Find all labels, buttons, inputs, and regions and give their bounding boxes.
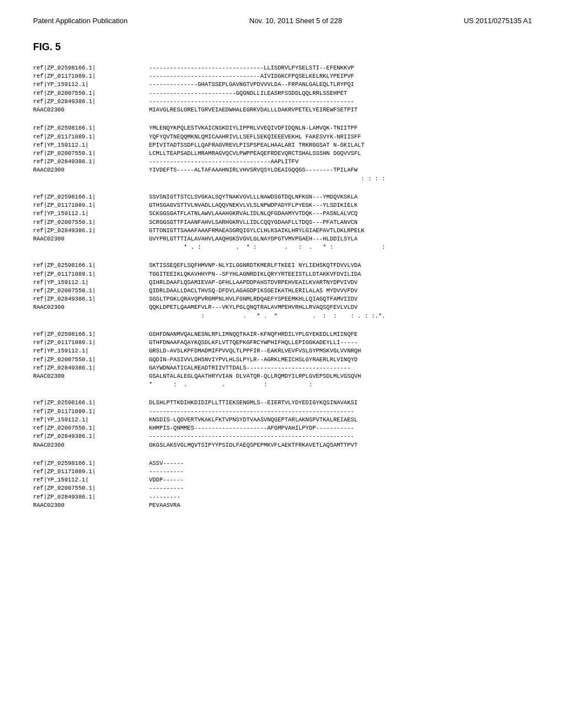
seq-data-6-3: ---------- (149, 484, 184, 493)
seq-label-1-1: ref|ZP_01171089.1| (33, 133, 149, 141)
seq-label-4-5: RAAC02300 (33, 372, 149, 381)
seq-line-1-5: RAAC02300 YIVDEFTS-----ALTAFAAAHNIRLVHVS… (33, 166, 532, 174)
seq-label-0-1: ref|ZP_01171089.1| (33, 72, 149, 81)
seq-label-4-2: ref|YP_159112.1| (33, 347, 149, 355)
alignment-block-3: ref|ZP_02598166.1| SKTISSEQEFLSQFHMVNP-N… (33, 261, 532, 320)
seq-data-5-5: GKGSLAKSVGLMQVTSIPYYPSIDLFAEQSPEPMKVFLAE… (149, 441, 358, 449)
conservation-1: : : : : (33, 175, 532, 183)
seq-data-5-3: KHMPIS-QNMMES---------------------AFGMPV… (149, 424, 354, 432)
seq-label-2-0: ref|ZP_02598166.1| (33, 193, 149, 201)
seq-data-0-4: ----------------------------------------… (149, 98, 354, 106)
seq-line-4-1: ref|ZP_01171089.1| GTHFDNAAFAQAYKQSDLKFL… (33, 339, 532, 347)
seq-data-6-4: --------- (149, 493, 180, 501)
seq-label-3-1: ref|ZP_01171089.1| (33, 270, 149, 279)
seq-line-3-0: ref|ZP_02598166.1| SKTISSEQEFLSQFHMVNP-N… (33, 261, 532, 270)
seq-data-1-2: EPIVITADTSSDFLLQAFRAGVREVLPISPSPEALHAALA… (149, 141, 365, 149)
seq-line-4-0: ref|ZP_02598166.1| GSHFDNANMVQALNESNLRFL… (33, 330, 532, 339)
alignment-block-2: ref|ZP_02598166.1| SSVSNIGTTSTCLSVGKALSQ… (33, 193, 532, 252)
seq-data-4-2: GRSLD-AVSLKPFDMADMIFPVVQLTLPPFIR--EAKRLV… (149, 347, 361, 355)
seq-label-6-2: ref|YP_159112.1| (33, 476, 149, 484)
seq-line-0-3: ref|ZP_02007550.1| ---------------------… (33, 89, 532, 98)
seq-label-1-2: ref|YP_159112.1| (33, 141, 149, 149)
alignment-block-5: ref|ZP_02598166.1| DLSHLPTTKDIHKDIDIPLLT… (33, 399, 532, 449)
seq-label-5-0: ref|ZP_02598166.1| (33, 399, 149, 407)
seq-label-1-3: ref|ZP_02007550.1| (33, 149, 149, 158)
alignment-block-4: ref|ZP_02598166.1| GSHFDNANMVQALNESNLRFL… (33, 330, 532, 389)
seq-data-1-0: YMLENQYKPQLESTVKAICNSKDIYLIPPRLVVEQIVDFI… (149, 124, 358, 132)
seq-data-4-5: GSALNTALALEGLQAATHRYVIAN DLVATQR-QLLRQMD… (149, 372, 361, 381)
seq-line-0-2: ref|YP_159112.1| --------------GHATSSEPL… (33, 81, 532, 89)
seq-label-0-5: RAAC02300 (33, 106, 149, 114)
seq-label-5-3: ref|ZP_02007550.1| (33, 424, 149, 432)
seq-line-5-4: ref|ZP_02849386.1| ---------------------… (33, 432, 532, 441)
seq-label-6-5: RAAC02300 (33, 501, 149, 510)
seq-data-6-0: ASSV------ (149, 459, 184, 468)
seq-line-2-4: ref|ZP_02849386.1| GTTONIGTTSAAAFAAAFRMA… (33, 227, 532, 235)
seq-label-6-0: ref|ZP_02598166.1| (33, 459, 149, 468)
seq-data-6-2: VDDP------ (149, 476, 184, 484)
header-center: Nov. 10, 2011 Sheet 5 of 228 (249, 17, 342, 25)
seq-label-3-5: RAAC02300 (33, 303, 149, 312)
seq-data-3-4: SGSLTPGKLQRAVQPVRGMPNLHVLFGNMLRDQAEFYSPE… (149, 295, 358, 303)
seq-line-4-4: ref|ZP_02849386.1| GAYWDNAATICALREADTRII… (33, 364, 532, 372)
fig-title: FIG. 5 (0, 30, 565, 58)
seq-label-5-2: ref|YP_159112.1| (33, 416, 149, 424)
alignment-block-0: ref|ZP_02598166.1| ---------------------… (33, 64, 532, 114)
seq-data-1-3: LCMLLTEAPSADLLMRAMRAGVQCVLPWPPEAQEFRDEVQ… (149, 149, 361, 158)
seq-data-2-1: GTHSGAGVSTTVLNVADLLAQQVNEKVLVLSLNPWDPADY… (149, 201, 358, 210)
seq-line-6-1: ref|ZP_01171089.1| ---------- (33, 468, 532, 476)
seq-data-3-5: QQKLDPETLQAAMEFVLR---VKYLPGLQNQTRALAVMPE… (149, 303, 358, 312)
seq-line-1-2: ref|YP_159112.1| EPIVITADTSSDFLLQAFRAGVR… (33, 141, 532, 149)
conservation-4: * : . . : : (33, 381, 532, 389)
alignment-block-6: ref|ZP_02598166.1| ASSV------ref|ZP_0117… (33, 459, 532, 510)
header-right: US 2011/0275135 A1 (463, 17, 532, 25)
seq-label-3-4: ref|ZP_02849386.1| (33, 295, 149, 303)
seq-data-6-5: PEVAASVRA (149, 501, 180, 510)
seq-data-5-1: ----------------------------------------… (149, 408, 354, 416)
seq-data-0-5: MIAVGLRESLORELTGRVEIAEDWHALEGRKVDALLLDAK… (149, 106, 358, 114)
seq-label-2-2: ref|YP_159112.1| (33, 210, 149, 218)
seq-label-4-0: ref|ZP_02598166.1| (33, 330, 149, 339)
seq-line-2-5: RAAC02300 GVYPRLGTTTIALAVAHVLAAQHGKSVGVL… (33, 235, 532, 243)
seq-line-4-5: RAAC02300 GSALNTALALEGLQAATHRYVIAN DLVAT… (33, 372, 532, 381)
seq-label-0-4: ref|ZP_02849386.1| (33, 98, 149, 106)
seq-line-0-4: ref|ZP_02849386.1| ---------------------… (33, 98, 532, 106)
seq-data-0-2: --------------GHATSSEPLGAVNGTVPDVVVLDA--… (149, 81, 354, 89)
seq-data-0-3: -------------------------GQGNDLLILEASRFS… (149, 89, 347, 98)
seq-line-5-5: RAAC02300 GKGSLAKSVGLMQVTSIPYYPSIDLFAEQS… (33, 441, 532, 449)
seq-data-0-1: --------------------------------AIVIDGKC… (149, 72, 354, 81)
seq-data-4-1: GTHFDNAAFAQAYKQSDLKFLVTTQEPKGFRCYWPHIFHQ… (149, 339, 358, 347)
seq-data-4-4: GAYWDNAATICALREADTRIIVTTDALS------------… (149, 364, 350, 372)
seq-line-3-5: RAAC02300 QQKLDPETLQAAMEFVLR---VKYLPGLQN… (33, 303, 532, 312)
seq-data-3-1: TGGITEEIKLQKAVHHYPN--SFYHLAGNRDIKLQRYYRT… (149, 270, 361, 279)
seq-line-1-4: ref|ZP_02849386.1| ---------------------… (33, 158, 532, 166)
seq-label-1-5: RAAC02300 (33, 166, 149, 174)
seq-data-5-0: DLSHLPTTKDIHKDIDIPLLTTIEKSENGMLS--EIERTV… (149, 399, 358, 407)
seq-line-6-3: ref|ZP_02007550.1| ---------- (33, 484, 532, 493)
seq-label-1-4: ref|ZP_02849386.1| (33, 158, 149, 166)
seq-label-5-4: ref|ZP_02849386.1| (33, 432, 149, 441)
seq-data-2-5: GVYPRLGTTTIALAVAHVLAAQHGKSVGVLGLNAYDPGTV… (149, 235, 358, 243)
seq-line-1-1: ref|ZP_01171089.1| YQFYQVTNEQQMKNLQMICAA… (33, 133, 532, 141)
seq-data-1-5: YIVDEFTS-----ALTAFAAAHNIRLVHVSRVQSYLDEAI… (149, 166, 358, 174)
seq-label-6-3: ref|ZP_02007550.1| (33, 484, 149, 493)
seq-label-0-3: ref|ZP_02007550.1| (33, 89, 149, 98)
seq-label-6-1: ref|ZP_01171089.1| (33, 468, 149, 476)
seq-label-3-2: ref|YP_159112.1| (33, 279, 149, 287)
seq-label-0-2: ref|YP_159112.1| (33, 81, 149, 89)
seq-line-5-2: ref|YP_159112.1| KNSDIS-LQDVERTVKAKLFKTV… (33, 416, 532, 424)
seq-line-0-0: ref|ZP_02598166.1| ---------------------… (33, 64, 532, 72)
seq-line-4-2: ref|YP_159112.1| GRSLD-AVSLKPFDMADMIFPVV… (33, 347, 532, 355)
seq-data-3-0: SKTISSEQEFLSQFHMVNP-NLYILGGNRDTKMERLFTKE… (149, 261, 361, 270)
alignment-block-1: ref|ZP_02598166.1| YMLENQYKPQLESTVKAICNS… (33, 124, 532, 183)
seq-label-2-1: ref|ZP_01171089.1| (33, 201, 149, 210)
seq-label-3-0: ref|ZP_02598166.1| (33, 261, 149, 270)
seq-line-1-0: ref|ZP_02598166.1| YMLENQYKPQLESTVKAICNS… (33, 124, 532, 132)
seq-line-3-4: ref|ZP_02849386.1| SGSLTPGKLQRAVQPVRGMPN… (33, 295, 532, 303)
seq-data-5-4: ----------------------------------------… (149, 432, 354, 441)
seq-data-2-3: SCRGGSGTTFIAANFAHVLSARHGKRVLLIDLCQQYGDAA… (149, 218, 358, 227)
seq-line-3-2: ref|YP_159112.1| QIHRLDAAFLQSAMIEVAP-GFH… (33, 279, 532, 287)
seq-label-4-4: ref|ZP_02849386.1| (33, 364, 149, 372)
conservation-3: : . * . * . : : : . : :.*. (33, 312, 532, 320)
seq-label-4-1: ref|ZP_01171089.1| (33, 339, 149, 347)
